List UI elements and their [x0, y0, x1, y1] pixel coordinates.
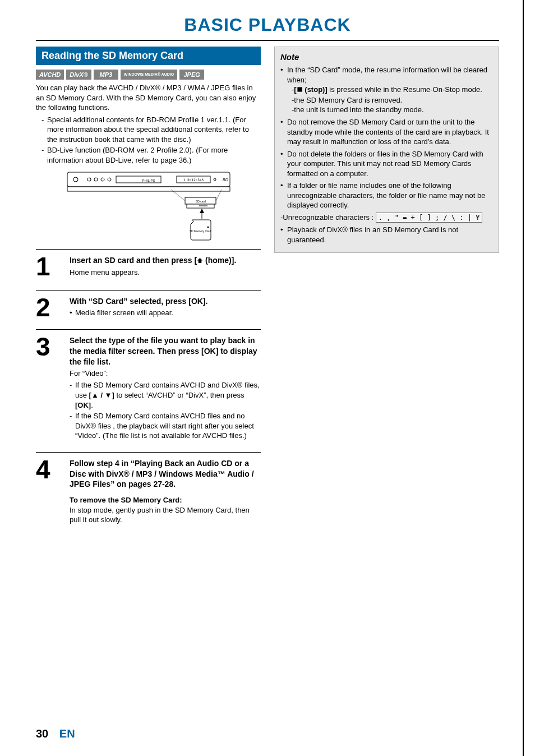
- svg-rect-1: [67, 187, 230, 191]
- step-rule: [36, 329, 261, 330]
- step-head: Select the type of the file you want to …: [70, 335, 261, 367]
- step-head-rest: (home)].: [203, 256, 236, 265]
- badge-mp3: MP3: [94, 70, 118, 80]
- home-icon: [197, 256, 203, 266]
- note-sub-item: -[ (stop)] is pressed while in the Resum…: [292, 85, 493, 95]
- page-right-frame: [523, 0, 524, 756]
- step-number: 2: [36, 296, 62, 319]
- intro-item: BD-Live function (BD-ROM ver. 2 Profile …: [41, 145, 261, 165]
- note-item: In the “SD Card” mode, the resume inform…: [280, 65, 493, 115]
- svg-text:SD Memory Card: SD Memory Card: [189, 229, 211, 233]
- stop-icon: [297, 85, 303, 95]
- svg-point-21: [207, 227, 209, 228]
- step-sub: Home menu appears.: [70, 268, 261, 278]
- step-bullet: If the SD Memory Card contains AVCHD fil…: [70, 411, 261, 441]
- svg-text:1  0:12:345: 1 0:12:345: [183, 178, 204, 182]
- step-number: 1: [36, 255, 62, 279]
- page-number: 30: [36, 727, 48, 740]
- note-item: Do not delete the folders or files in th…: [280, 149, 493, 179]
- note-chars-row: -Unrecognizable characters : . , " = + […: [280, 213, 493, 223]
- step-number: 3: [36, 335, 62, 442]
- note-title: Note: [280, 52, 493, 63]
- note-item: Playback of DivX® files in an SD Memory …: [280, 225, 493, 245]
- note-item: If a folder or file name includes one of…: [280, 181, 493, 210]
- note-sub-item: -the SD Memory Card is removed.: [292, 95, 493, 105]
- step-head: Insert an SD card and then press [ (home…: [70, 255, 261, 266]
- intro-para: You can play back the AVCHD / DivX® / MP…: [36, 83, 261, 113]
- intro-item: Special additional contents for BD-ROM P…: [41, 115, 261, 145]
- step-head-text: Insert an SD card and then press: [70, 256, 195, 265]
- step-rule: [36, 290, 261, 291]
- page-title: BASIC PLAYBACK: [36, 15, 499, 35]
- note-item: Do not remove the SD Memory Card or turn…: [280, 117, 493, 147]
- step-rule: [36, 249, 261, 250]
- step-sub: For “Video”:: [70, 368, 261, 379]
- text: is pressed while in the Resume-On-Stop m…: [328, 85, 482, 94]
- remove-body: In stop mode, gently push in the SD Memo…: [70, 505, 261, 525]
- badge-divx: DivX®: [66, 70, 91, 80]
- step-head: Follow step 4 in “Playing Back an Audio …: [70, 458, 261, 490]
- step-head: With “SD Card” selected, press [OK].: [70, 296, 261, 307]
- step-1: 1 Insert an SD card and then press [ (ho…: [36, 254, 261, 285]
- device-figure: PHILIPS 1 0:12:345 BD SD card: [64, 169, 233, 242]
- note-box: Note In the “SD Card” mode, the resume i…: [274, 47, 499, 253]
- format-badges: AVCHD DivX® MP3 WINDOWS MEDIA® AUDIO JPE…: [36, 70, 261, 80]
- note-sub-item: -the unit is turned into the standby mod…: [292, 105, 493, 115]
- key-ref: (stop)]: [303, 85, 328, 94]
- key-ref: [OK]: [75, 401, 91, 409]
- step-rule: [36, 452, 261, 453]
- text: the unit is turned into the standby mode…: [294, 105, 423, 114]
- svg-marker-20: [200, 209, 204, 213]
- step-bullet: Media filter screen will appear.: [70, 308, 261, 318]
- text: .: [91, 401, 93, 409]
- page-footer: 30 EN: [36, 727, 75, 740]
- title-rule: [36, 40, 499, 41]
- svg-text:SD card: SD card: [195, 200, 205, 203]
- badge-wma: WINDOWS MEDIA® AUDIO: [121, 70, 177, 80]
- svg-text:PHILIPS: PHILIPS: [142, 179, 155, 182]
- svg-rect-23: [297, 87, 302, 92]
- step-4: 4 Follow step 4 in “Playing Back an Audi…: [36, 457, 261, 531]
- text: the SD Memory Card is removed.: [294, 96, 402, 104]
- key-ref: [▲ / ▼]: [89, 391, 114, 399]
- unrecognizable-chars: . , " = + [ ] ; / \ : | ¥: [376, 213, 483, 223]
- badge-jpeg: JPEG: [179, 70, 204, 80]
- step-bullet: If the SD Memory Card contains AVCHD and…: [70, 380, 261, 410]
- svg-text:BD: BD: [223, 178, 228, 182]
- intro-list: Special additional contents for BD-ROM P…: [36, 115, 261, 165]
- note-text: In the “SD Card” mode, the resume inform…: [287, 66, 487, 84]
- step-number: 4: [36, 458, 62, 525]
- note-chars-label: -Unrecognizable characters :: [280, 213, 376, 222]
- badge-avchd: AVCHD: [36, 70, 64, 80]
- section-heading: Reading the SD Memory Card: [36, 47, 261, 65]
- step-2: 2 With “SD Card” selected, press [OK]. M…: [36, 295, 261, 325]
- step-3: 3 Select the type of the file you want t…: [36, 334, 261, 448]
- remove-title: To remove the SD Memory Card:: [70, 495, 261, 505]
- page-lang: EN: [59, 727, 75, 740]
- text: to select “AVCHD” or “DivX”, then press: [114, 391, 245, 399]
